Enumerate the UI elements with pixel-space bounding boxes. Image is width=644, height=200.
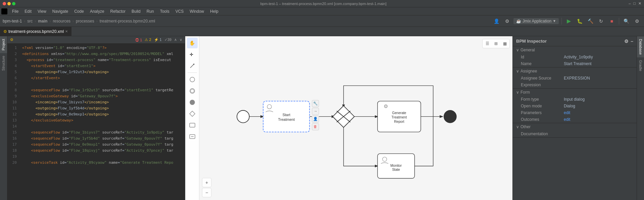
toolbar-sep-5: › — [96, 19, 98, 23]
bpmn-canvas[interactable]: ✋ ✛ — [185, 36, 512, 200]
inspector-assignee-source-row: Assignee Source EXPRESSION — [513, 75, 637, 82]
zoom-in-btn[interactable]: + — [202, 178, 211, 187]
code-file-icon: ⚙ — [10, 38, 13, 42]
menu-vcs[interactable]: VCS — [173, 8, 187, 14]
sidebar-tab-project[interactable]: Project — [0, 36, 7, 53]
inspector-other-section: ∨ Other Documentation — [513, 123, 637, 138]
svg-text:State: State — [392, 168, 400, 171]
svg-text:👤: 👤 — [313, 116, 318, 121]
code-line-10: <incoming>Flow_1biyvs7</incoming> — [22, 99, 182, 105]
close-button[interactable] — [3, 2, 6, 5]
other-label: Other — [521, 124, 531, 129]
menu-refactor[interactable]: Refactor — [108, 8, 128, 14]
user-icon[interactable]: 👤 — [492, 17, 501, 26]
end-event-tool[interactable] — [187, 97, 198, 108]
id-value: Activity_1o9pdiy — [564, 55, 633, 59]
hand-tool[interactable]: ✋ — [187, 38, 198, 48]
expand-icon[interactable]: ∧ — [174, 38, 177, 42]
minimize-icon[interactable]: – — [629, 1, 631, 6]
menu-run[interactable]: Run — [144, 8, 157, 14]
collapse-icon[interactable]: ∨ — [180, 38, 182, 42]
code-line-17: <sequenceFlow id="Flow_0e9mxp1" sourceRe… — [22, 142, 182, 148]
project-selector[interactable]: bpm-test-1 — [3, 19, 22, 23]
menu-analyze[interactable]: Analyze — [87, 8, 107, 14]
settings-gear[interactable]: ⚙ — [633, 17, 641, 26]
menu-tools[interactable]: Tools — [157, 8, 172, 14]
menu-build[interactable]: Build — [129, 8, 143, 14]
hint-count: ✓39 — [164, 38, 171, 42]
grid-view-btn[interactable]: ⊞ — [492, 40, 500, 47]
bpmn-toolbar: ✋ ✛ — [185, 36, 199, 200]
menu-window[interactable]: Window — [187, 8, 207, 14]
parameters-label: Parameters — [521, 110, 561, 115]
tab-close-button[interactable]: ✕ — [65, 30, 68, 33]
search-button[interactable]: 🔍 — [622, 17, 631, 26]
list-view-btn[interactable]: ☰ — [483, 40, 491, 47]
code-line-11: <outgoing>Flow_1yf5b4d</outgoing> — [22, 105, 182, 111]
start-event-tool[interactable] — [187, 74, 198, 85]
id-label: Id — [521, 55, 561, 59]
tab-icon: ⚙ — [3, 29, 7, 34]
code-line-16: <sequenceFlow id="Flow_1yf5b4d" sourceRe… — [22, 136, 182, 142]
menu-edit[interactable]: Edit — [22, 8, 34, 14]
bpmn-view-toolbar: ☰ ⊞ ▦ — [482, 39, 510, 48]
right-tab-database[interactable]: Database — [637, 36, 644, 57]
zoom-out-btn[interactable]: − — [202, 188, 211, 197]
inspector-outcomes-row: Outcomes edit — [513, 116, 637, 123]
reload-button[interactable]: ↻ — [597, 17, 605, 26]
toolbar-divider — [188, 72, 197, 73]
sidebar-tab-structure[interactable]: Structure — [0, 53, 7, 73]
svg-text:🔧: 🔧 — [313, 101, 318, 106]
settings-icon[interactable]: ⚙ — [503, 17, 511, 26]
debug-button[interactable]: 🐛 — [575, 17, 584, 26]
open-mode-value: Dialog — [564, 104, 633, 108]
restore-icon[interactable]: □ — [633, 1, 636, 6]
build-button[interactable]: 🔨 — [586, 17, 595, 26]
code-line-14 — [22, 123, 182, 130]
intermediate-event-tool[interactable] — [187, 86, 198, 96]
minimize-button[interactable] — [7, 2, 11, 5]
menu-code[interactable]: Code — [71, 8, 87, 14]
connect-tool[interactable] — [187, 60, 198, 71]
toolbar-sep-1: › — [24, 19, 25, 23]
inspector-form-header[interactable]: ∨ Form — [513, 89, 637, 96]
lasso-select-tool[interactable]: ✛ — [187, 49, 198, 60]
code-content[interactable]: <?xml version="1.0" encoding="UTF-8"?> <… — [19, 44, 185, 200]
titlebar: bpm-test-1 – treatment-process.bpmn20.xm… — [0, 0, 644, 7]
maximize-button[interactable] — [12, 2, 15, 5]
inspector-settings-icon[interactable]: ⚙ — [624, 39, 629, 44]
inspector-assignee-section: ∨ Assignee Assignee Source EXPRESSION Ex… — [513, 67, 637, 89]
subprocess-tool[interactable] — [187, 131, 198, 142]
code-line-6: </startEvent> — [22, 75, 182, 81]
gateway-tool[interactable] — [187, 108, 198, 119]
menu-navigate[interactable]: Navigate — [50, 8, 71, 14]
inspector-open-mode-row: Open mode Dialog — [513, 103, 637, 109]
code-line-8: <sequenceFlow id="Flow_1r92ut3" sourceRe… — [22, 87, 182, 93]
right-tab-gradle[interactable]: Gradle — [637, 57, 644, 74]
tab-bpmn-file[interactable]: ⚙ treatment-process.bpmn20.xml ✕ — [0, 27, 71, 36]
inspector-header: BPM Inspector ⚙ – — [513, 36, 637, 46]
menu-help[interactable]: Help — [207, 8, 221, 14]
run-button[interactable]: ▶ — [564, 17, 573, 26]
task-tool[interactable] — [187, 120, 198, 131]
form-type-label: Form type — [521, 97, 561, 102]
menu-view[interactable]: View — [35, 8, 49, 14]
left-sidebar-tabs: Project Structure — [0, 36, 7, 200]
parameters-edit-link[interactable]: edit — [564, 110, 570, 115]
jmix-app-selector[interactable]: ☕ Jmix Application ▼ — [513, 18, 559, 24]
stop-button[interactable]: ■ — [607, 17, 616, 26]
end-event-node — [444, 110, 456, 123]
inspector-expression-row: Expression — [513, 82, 637, 88]
close-icon[interactable]: ✕ — [638, 1, 641, 6]
code-line-20: <serviceTask id="Activity_09cyaow" name=… — [22, 160, 182, 166]
outcomes-edit-link[interactable]: edit — [564, 117, 570, 122]
toolbar-sep-4: › — [72, 19, 74, 23]
form-collapse-icon: ∨ — [516, 90, 519, 95]
properties-view-btn[interactable]: ▦ — [501, 40, 509, 47]
inspector-other-header[interactable]: ∨ Other — [513, 123, 637, 131]
menu-file[interactable]: File — [9, 8, 21, 14]
window-controls[interactable] — [3, 2, 15, 5]
inspector-assignee-header[interactable]: ∨ Assignee — [513, 67, 637, 75]
inspector-general-header[interactable]: ∨ General — [513, 46, 637, 54]
inspector-minimize-icon[interactable]: – — [631, 39, 633, 44]
